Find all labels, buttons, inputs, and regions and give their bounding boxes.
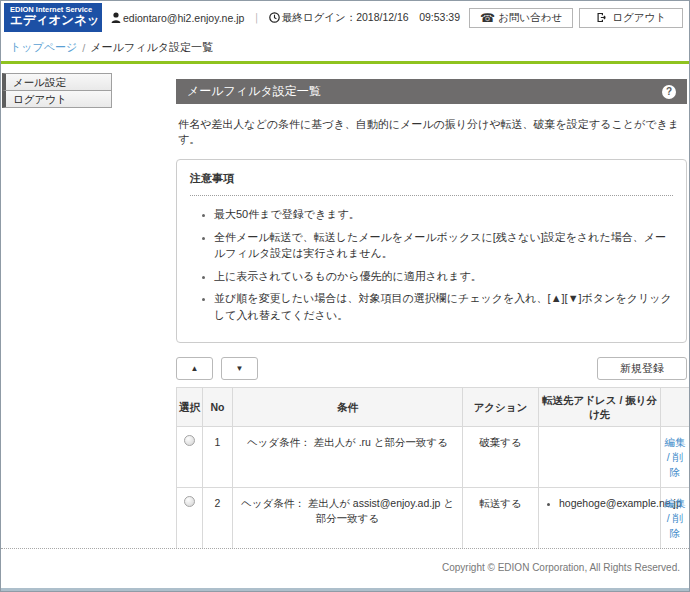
row-action: 転送する xyxy=(463,488,539,548)
note-item: 上に表示されているものから優先的に適用されます。 xyxy=(214,268,673,285)
page: EDION Internet Service エディオンネット ediontar… xyxy=(0,0,690,592)
breadcrumb-home-link[interactable]: トップページ xyxy=(10,40,77,55)
col-header-action: アクション xyxy=(463,388,539,427)
link-separator: / xyxy=(667,512,670,524)
table-row: 2 ヘッダ条件： 差出人が assist@enjoy.ad.jp と部分一致する… xyxy=(177,488,690,548)
page-description: 件名や差出人などの条件に基づき、自動的にメールの振り分けや転送、破棄を設定するこ… xyxy=(178,117,687,147)
col-header-edit xyxy=(661,388,690,427)
logout-button-label: ログアウト xyxy=(612,11,666,25)
filter-table: 選択 No 条件 アクション 転送先アドレス / 振り分け先 1 ヘッダ条件： … xyxy=(176,387,689,548)
sidebar-item-label: メール設定 xyxy=(13,76,66,88)
row1-edit-link[interactable]: 編集 xyxy=(665,436,686,448)
section-title-bar: メールフィルタ設定一覧 ? xyxy=(176,79,687,104)
row2-edit-link[interactable]: 編集 xyxy=(665,497,686,509)
table-header-row: 選択 No 条件 アクション 転送先アドレス / 振り分け先 xyxy=(177,388,690,427)
row2-radio[interactable] xyxy=(184,496,195,507)
row-condition: ヘッダ条件： 差出人が assist@enjoy.ad.jp と部分一致する xyxy=(233,488,463,548)
help-icon[interactable]: ? xyxy=(662,85,676,99)
breadcrumb-current: メールフィルタ設定一覧 xyxy=(90,40,213,55)
row-destination: hogehoge@example.ne.jp xyxy=(539,488,661,548)
notes-box: 注意事項 最大50件まで登録できます。 全件メール転送で、転送したメールをメール… xyxy=(176,159,687,343)
note-item: 全件メール転送で、転送したメールをメールボックスに[残さない]設定をされた場合、… xyxy=(214,229,673,262)
content: メール設定 ログアウト メールフィルタ設定一覧 ? 件名や差出人などの条件に基づ… xyxy=(1,64,689,548)
notes-list: 最大50件まで登録できます。 全件メール転送で、転送したメールをメールボックスに… xyxy=(190,206,673,323)
table-controls: ▲ ▼ 新規登録 xyxy=(176,357,687,380)
clock-icon xyxy=(269,12,280,23)
sidebar-item-label: ログアウト xyxy=(13,93,67,105)
user-email: ediontaro@hi2.enjoy.ne.jp xyxy=(123,12,244,24)
sidebar: メール設定 ログアウト xyxy=(2,73,112,108)
destination-address: hogehoge@example.ne.jp xyxy=(559,496,657,511)
new-registration-button[interactable]: 新規登録 xyxy=(597,357,687,380)
move-up-button[interactable]: ▲ xyxy=(176,357,213,380)
sidebar-item-mail-settings[interactable]: メール設定 xyxy=(2,73,112,91)
user-info: ediontaro@hi2.enjoy.ne.jp ｜ 最終ログイン：2018/… xyxy=(111,11,460,25)
bottom-strip xyxy=(1,588,689,591)
link-separator: / xyxy=(667,451,670,463)
edion-logo[interactable]: EDION Internet Service エディオンネット xyxy=(4,3,102,32)
table-row: 1 ヘッダ条件： 差出人が .ru と部分一致する 破棄する 編集 / 削除 xyxy=(177,427,690,488)
logo-main-text: エディオンネット xyxy=(10,14,97,27)
move-down-button[interactable]: ▼ xyxy=(221,357,258,380)
sidebar-item-logout[interactable]: ログアウト xyxy=(2,90,112,108)
note-item: 最大50件まで登録できます。 xyxy=(214,206,673,223)
main-panel: メールフィルタ設定一覧 ? 件名や差出人などの条件に基づき、自動的にメールの振り… xyxy=(176,79,687,548)
row1-radio[interactable] xyxy=(184,435,195,446)
notes-title: 注意事項 xyxy=(190,171,673,196)
last-login: 最終ログイン：2018/12/16 09:53:39 xyxy=(282,11,460,25)
logout-button[interactable]: ログアウト xyxy=(579,8,683,28)
row1-delete-link[interactable]: 削除 xyxy=(670,451,683,478)
row-no: 1 xyxy=(203,427,233,488)
header-separator: ｜ xyxy=(251,11,261,25)
row-condition: ヘッダ条件： 差出人が .ru と部分一致する xyxy=(233,427,463,488)
col-header-no: No xyxy=(203,388,233,427)
copyright-text: Copyright © EDION Corporation, All Right… xyxy=(442,562,680,573)
col-header-select: 選択 xyxy=(177,388,203,427)
user-icon xyxy=(111,12,121,23)
phone-icon: ☎ xyxy=(480,12,495,24)
breadcrumb-separator: / xyxy=(82,42,85,54)
row-destination xyxy=(539,427,661,488)
row2-delete-link[interactable]: 削除 xyxy=(670,512,683,539)
contact-button[interactable]: ☎ お問い合わせ xyxy=(469,8,573,28)
logout-icon xyxy=(596,12,607,23)
col-header-condition: 条件 xyxy=(233,388,463,427)
contact-button-label: お問い合わせ xyxy=(498,11,562,25)
row-action: 破棄する xyxy=(463,427,539,488)
footer: Copyright © EDION Corporation, All Right… xyxy=(1,548,689,591)
top-header: EDION Internet Service エディオンネット ediontar… xyxy=(1,1,689,34)
note-item: 並び順を変更したい場合は、対象項目の選択欄にチェックを入れ、[▲][▼]ボタンを… xyxy=(214,290,673,323)
page-title: メールフィルタ設定一覧 xyxy=(187,83,321,100)
row-no: 2 xyxy=(203,488,233,548)
breadcrumb: トップページ / メールフィルタ設定一覧 xyxy=(1,34,689,61)
col-header-destination: 転送先アドレス / 振り分け先 xyxy=(539,388,661,427)
